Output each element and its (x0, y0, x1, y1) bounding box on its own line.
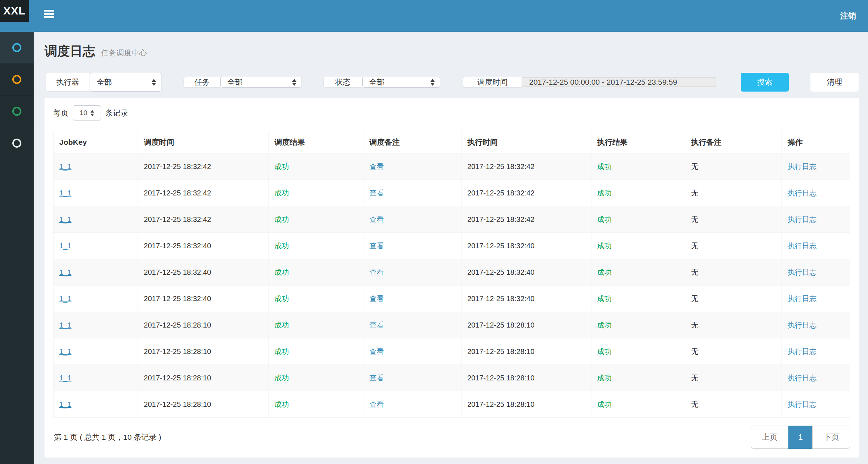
job-key-link[interactable]: 1_1 (59, 321, 71, 329)
select-stepper-icon (152, 79, 156, 86)
page-size-suffix-label: 条记录 (105, 108, 128, 118)
handle-result-cell: 成功 (597, 374, 612, 382)
circle-o-icon (12, 139, 21, 148)
menu-icon (44, 10, 54, 12)
handle-time-cell: 2017-12-25 18:28:10 (467, 374, 535, 382)
job-key-link[interactable]: 1_1 (59, 374, 71, 382)
handle-time-cell: 2017-12-25 18:32:42 (467, 189, 535, 197)
handle-result-cell: 成功 (597, 163, 612, 170)
handle-time-cell: 2017-12-25 18:28:10 (467, 400, 535, 408)
trigger-result-cell: 成功 (274, 163, 289, 170)
column-header: 执行时间 (461, 131, 591, 153)
sidebar-item-dispatch-log[interactable] (0, 96, 34, 127)
executor-filter-select[interactable]: 全部 (90, 73, 161, 92)
trigger-time-range-input[interactable]: 2017-12-25 00:00:00 - 2017-12-25 23:59:5… (522, 77, 716, 87)
circle-o-icon (12, 75, 21, 84)
handle-msg-cell: 无 (691, 268, 698, 276)
handle-msg-cell: 无 (691, 400, 698, 408)
sidebar-item-runtime-report[interactable] (0, 32, 34, 64)
sidebar-menu (0, 32, 34, 464)
job-key-link[interactable]: 1_1 (59, 163, 71, 170)
job-filter-select[interactable]: 全部 (220, 77, 302, 88)
handle-msg-cell: 无 (691, 321, 698, 329)
handle-time-cell: 2017-12-25 18:32:42 (467, 215, 535, 223)
action-exec-log-link[interactable]: 执行日志 (788, 242, 817, 250)
handle-result-cell: 成功 (597, 242, 612, 250)
executor-filter-label: 执行器 (46, 73, 89, 92)
table-header-row: JobKey调度时间调度结果调度备注执行时间执行结果执行备注操作 (54, 131, 850, 153)
sidebar-toggle-button[interactable] (39, 5, 59, 22)
trigger-msg-link[interactable]: 查看 (369, 242, 384, 250)
job-key-link[interactable]: 1_1 (59, 400, 71, 408)
table-row: 1_12017-12-25 18:28:10成功查看2017-12-25 18:… (54, 391, 850, 418)
page-size-select[interactable]: 10 (73, 105, 101, 121)
column-header: 调度结果 (269, 131, 363, 153)
status-filter-select[interactable]: 全部 (362, 77, 440, 88)
trigger-time-cell: 2017-12-25 18:28:10 (144, 347, 211, 355)
trigger-time-cell: 2017-12-25 18:32:42 (144, 215, 211, 223)
job-key-link[interactable]: 1_1 (59, 242, 71, 250)
job-key-link[interactable]: 1_1 (59, 347, 71, 355)
job-key-link[interactable]: 1_1 (59, 189, 71, 197)
handle-result-cell: 成功 (597, 321, 612, 329)
handle-msg-cell: 无 (691, 347, 698, 355)
trigger-msg-link[interactable]: 查看 (369, 347, 384, 355)
filter-toolbar: 执行器 全部 任务 全部 状态 全部 调度时间 2017-12-25 00:00… (46, 73, 859, 92)
handle-msg-cell: 无 (691, 295, 698, 303)
action-exec-log-link[interactable]: 执行日志 (788, 374, 817, 382)
action-exec-log-link[interactable]: 执行日志 (788, 400, 817, 408)
handle-msg-cell: 无 (691, 242, 698, 250)
brand-logo[interactable]: XXL (0, 0, 29, 22)
column-header: 执行结果 (591, 131, 685, 153)
pagination-prev-button[interactable]: 上页 (751, 426, 789, 449)
action-exec-log-link[interactable]: 执行日志 (788, 268, 817, 276)
trigger-msg-link[interactable]: 查看 (369, 215, 384, 223)
job-key-link[interactable]: 1_1 (59, 215, 71, 223)
handle-result-cell: 成功 (597, 268, 612, 276)
trigger-result-cell: 成功 (274, 347, 289, 355)
job-key-link[interactable]: 1_1 (59, 295, 71, 303)
handle-result-cell: 成功 (597, 215, 612, 223)
trigger-msg-link[interactable]: 查看 (369, 189, 384, 197)
handle-msg-cell: 无 (691, 189, 698, 197)
pagination-current-page[interactable]: 1 (788, 426, 813, 449)
sidebar-item-help[interactable] (0, 127, 34, 159)
trigger-time-filter-label: 调度时间 (463, 77, 522, 88)
search-button[interactable]: 搜索 (741, 73, 789, 92)
action-exec-log-link[interactable]: 执行日志 (788, 189, 817, 197)
select-stepper-icon (90, 110, 94, 116)
table-row: 1_12017-12-25 18:32:40成功查看2017-12-25 18:… (54, 286, 850, 312)
log-table: JobKey调度时间调度结果调度备注执行时间执行结果执行备注操作 1_12017… (53, 131, 850, 418)
trigger-result-cell: 成功 (274, 268, 289, 276)
trigger-msg-link[interactable]: 查看 (369, 374, 384, 382)
sidebar-item-job-manage[interactable] (0, 64, 34, 96)
trigger-msg-link[interactable]: 查看 (369, 268, 384, 276)
handle-msg-cell: 无 (691, 163, 698, 170)
logout-link[interactable]: 注销 (837, 0, 859, 32)
handle-result-cell: 成功 (597, 347, 612, 355)
circle-o-icon (12, 107, 21, 116)
action-exec-log-link[interactable]: 执行日志 (788, 295, 817, 303)
handle-time-cell: 2017-12-25 18:28:10 (467, 347, 535, 355)
trigger-result-cell: 成功 (274, 189, 289, 197)
action-exec-log-link[interactable]: 执行日志 (788, 347, 817, 355)
trigger-msg-link[interactable]: 查看 (369, 295, 384, 303)
table-row: 1_12017-12-25 18:32:42成功查看2017-12-25 18:… (54, 206, 850, 233)
panel-footer: 第 1 页 ( 总共 1 页，10 条记录 ) 上页 1 下页 (53, 426, 850, 449)
trigger-msg-link[interactable]: 查看 (369, 321, 384, 329)
action-exec-log-link[interactable]: 执行日志 (788, 215, 817, 223)
pagination-next-button[interactable]: 下页 (812, 426, 850, 449)
executor-filter-group: 执行器 全部 (46, 73, 161, 92)
action-exec-log-link[interactable]: 执行日志 (788, 321, 817, 329)
clear-button[interactable]: 清理 (810, 73, 859, 92)
trigger-result-cell: 成功 (274, 242, 289, 250)
status-filter-label: 状态 (323, 77, 362, 88)
circle-o-icon (12, 43, 21, 52)
job-key-link[interactable]: 1_1 (59, 268, 71, 276)
action-exec-log-link[interactable]: 执行日志 (788, 163, 817, 170)
handle-msg-cell: 无 (691, 215, 698, 223)
trigger-msg-link[interactable]: 查看 (369, 163, 384, 170)
handle-time-cell: 2017-12-25 18:32:42 (467, 163, 535, 170)
table-body: 1_12017-12-25 18:32:42成功查看2017-12-25 18:… (54, 153, 850, 418)
trigger-msg-link[interactable]: 查看 (369, 400, 384, 408)
